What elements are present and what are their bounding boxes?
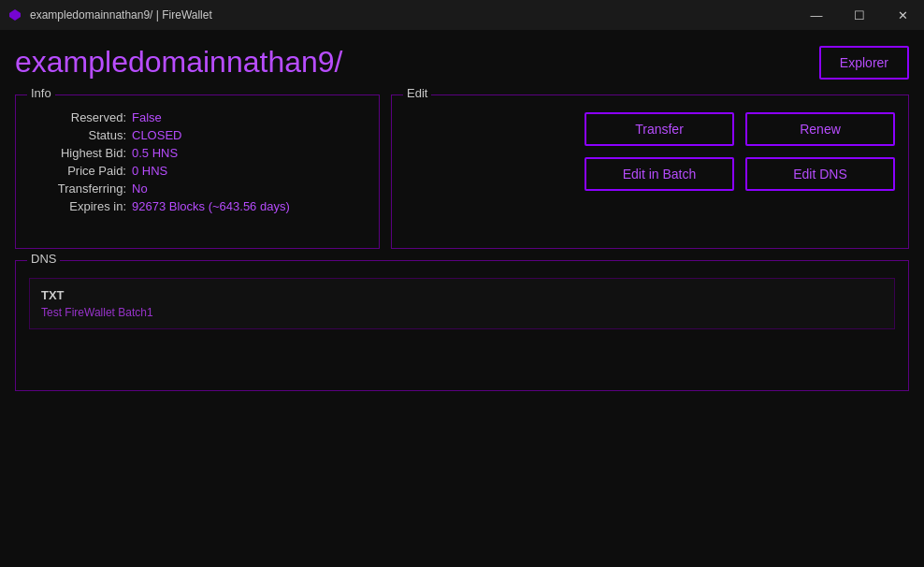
info-row-expires: Expires in: 92673 Blocks (~643.56 days) [29,199,366,213]
titlebar-controls: — ☐ ✕ [795,0,924,30]
dns-record-box: TXT Test FireWallet Batch1 [29,278,895,329]
edit-dns-button[interactable]: Edit DNS [745,157,895,191]
dns-panel-label: DNS [27,252,60,266]
explorer-button[interactable]: Explorer [819,46,909,80]
info-key-status: Status: [29,128,132,142]
info-val-reserved: False [132,110,162,124]
info-panel-label: Info [27,86,55,100]
main-content: exampledomainnathan9/ Explorer Info Rese… [0,30,924,402]
info-key-expires: Expires in: [29,199,132,213]
info-val-status: CLOSED [132,128,181,142]
info-key-price-paid: Price Paid: [29,164,132,178]
edit-panel-label: Edit [403,86,431,100]
transfer-button[interactable]: Transfer [585,112,734,146]
dns-record-value: Test FireWallet Batch1 [41,306,883,319]
edit-buttons: Transfer Renew Edit in Batch Edit DNS [405,112,895,191]
info-key-reserved: Reserved: [29,110,132,124]
info-table: Reserved: False Status: CLOSED Highest B… [29,110,366,213]
maximize-button[interactable]: ☐ [838,0,881,30]
page-title: exampledomainnathan9/ [15,45,342,80]
info-val-price-paid: 0 HNS [132,164,167,178]
titlebar-left: exampledomainnathan9/ | FireWallet [7,7,212,22]
info-row-reserved: Reserved: False [29,110,366,124]
dns-record-type: TXT [41,288,883,302]
titlebar-title: exampledomainnathan9/ | FireWallet [30,8,212,22]
edit-panel: Edit Transfer Renew Edit in Batch Edit D… [391,94,909,249]
info-row-transferring: Transferring: No [29,182,366,196]
info-key-highest-bid: Highest Bid: [29,146,132,160]
edit-in-batch-button[interactable]: Edit in Batch [585,157,734,191]
dns-panel: DNS TXT Test FireWallet Batch1 [15,260,909,391]
minimize-button[interactable]: — [795,0,838,30]
info-panel: Info Reserved: False Status: CLOSED High… [15,94,380,249]
info-row-highest-bid: Highest Bid: 0.5 HNS [29,146,366,160]
info-row-price-paid: Price Paid: 0 HNS [29,164,366,178]
header-row: exampledomainnathan9/ Explorer [15,45,909,80]
close-button[interactable]: ✕ [881,0,924,30]
panels-row: Info Reserved: False Status: CLOSED High… [15,94,909,249]
info-row-status: Status: CLOSED [29,128,366,142]
info-val-highest-bid: 0.5 HNS [132,146,178,160]
svg-marker-0 [9,9,21,21]
info-key-transferring: Transferring: [29,182,132,196]
titlebar: exampledomainnathan9/ | FireWallet — ☐ ✕ [0,0,924,30]
app-icon [7,7,22,22]
edit-buttons-bottom-row: Edit in Batch Edit DNS [405,157,895,191]
renew-button[interactable]: Renew [745,112,895,146]
info-val-expires: 92673 Blocks (~643.56 days) [132,199,290,213]
info-val-transferring: No [132,182,148,196]
edit-buttons-top-row: Transfer Renew [405,112,895,146]
